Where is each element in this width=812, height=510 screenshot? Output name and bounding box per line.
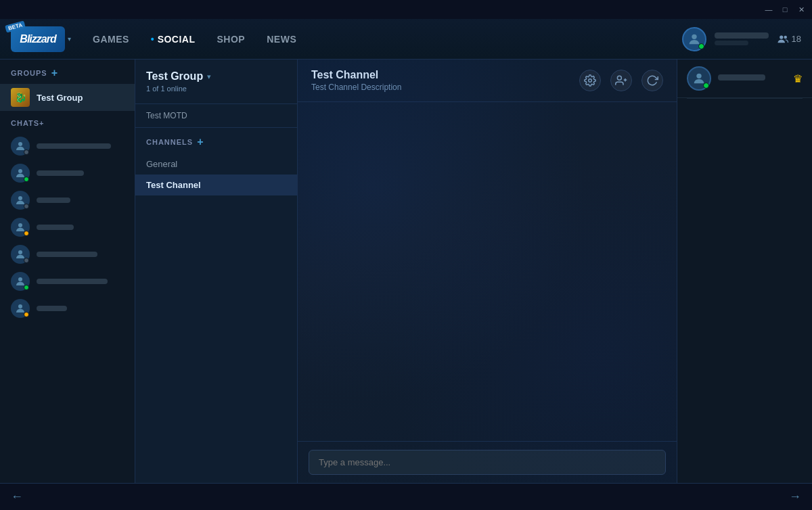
nav-item-games[interactable]: GAMES [93,34,129,45]
group-header: Test Group ▾ 1 of 1 online [135,60,297,104]
chat-name-bar [37,279,108,284]
list-item[interactable] [0,295,135,322]
blizzard-logo-text: Blizzard [11,26,65,52]
bottom-bar: ← → [0,483,812,510]
window-controls: — □ ✕ [763,4,807,15]
chat-area: Test Channel Test Channel Description [298,60,677,483]
chat-title-section: Test Channel Test Channel Description [311,69,401,92]
svg-point-6 [18,223,22,227]
member-name-bar [718,74,765,80]
groups-label: GROUPS [11,69,47,77]
avatar [11,299,30,318]
channels-label: CHANNELS [146,138,193,146]
status-indicator [24,204,29,209]
svg-point-11 [617,76,621,80]
add-chat-button[interactable]: + [39,119,44,127]
avatar [11,245,30,264]
logo-dropdown-arrow[interactable]: ▾ [68,35,71,43]
group-title: Test Group [146,70,203,83]
status-indicator [24,312,29,317]
friends-count: 18 [792,34,801,44]
crown-icon: ♛ [793,72,803,85]
status-indicator [24,285,29,290]
forward-arrow-button[interactable]: → [789,490,801,504]
svg-point-2 [784,35,787,39]
svg-point-3 [18,142,22,146]
chat-name-bar [37,170,84,176]
motd-text: Test MOTD [135,104,297,128]
add-member-button[interactable] [610,70,632,91]
nav-item-shop[interactable]: SHOP [217,34,246,45]
list-item[interactable] [0,214,135,241]
channel-item-general[interactable]: General [135,154,297,175]
group-name: Test Group [37,93,83,103]
avatar [11,164,30,183]
group-chevron-icon[interactable]: ▾ [207,72,211,81]
list-item[interactable] [0,187,135,214]
chat-name-bar [37,143,111,149]
main-content: GROUPS + 🐉 Test Group CHATS + [0,60,812,483]
svg-point-14 [696,74,701,78]
chats-label: CHATS [11,119,39,127]
list-item[interactable] [0,160,135,187]
chat-name-bar [37,225,74,230]
svg-point-5 [18,196,22,200]
group-icon: 🐉 [11,88,30,107]
chat-input[interactable] [309,450,666,475]
minimize-button[interactable]: — [763,4,774,15]
status-indicator [24,177,29,182]
maximize-button[interactable]: □ [780,4,790,15]
groups-header: GROUPS + [0,60,135,84]
member-online-dot [703,83,709,89]
svg-point-4 [18,169,22,173]
status-indicator [24,258,29,263]
refresh-button[interactable] [641,70,663,91]
nav-item-news[interactable]: NEWS [267,34,296,45]
user-online-dot [698,43,704,49]
group-online-count: 1 of 1 online [146,85,286,93]
svg-point-9 [18,304,22,308]
svg-point-1 [780,35,783,39]
settings-button[interactable] [579,70,601,91]
nav-logo[interactable]: Blizzard ▾ [11,26,71,52]
nav-right: 18 [682,27,801,51]
status-indicator [24,231,29,236]
group-item-test[interactable]: 🐉 Test Group [0,84,135,111]
chat-header: Test Channel Test Channel Description [298,60,677,102]
chat-description: Test Channel Description [311,83,401,92]
left-sidebar: GROUPS + 🐉 Test Group CHATS + [0,60,135,483]
middle-panel: Test Group ▾ 1 of 1 online Test MOTD CHA… [135,60,298,483]
add-channel-button[interactable]: + [197,136,204,148]
back-arrow-button[interactable]: ← [11,490,23,504]
close-button[interactable]: ✕ [796,4,807,15]
member-item[interactable]: ♛ [677,60,812,98]
list-item[interactable] [0,133,135,160]
user-avatar[interactable] [682,27,706,51]
svg-point-0 [692,34,696,39]
chat-title: Test Channel [311,69,401,81]
avatar [11,191,30,210]
list-item[interactable] [0,241,135,268]
channels-header: CHANNELS + [135,128,297,154]
list-item[interactable] [0,268,135,295]
member-divider [687,98,803,99]
chat-name-bar [37,198,70,203]
nav-friends[interactable]: 18 [777,33,801,45]
chat-input-area [298,441,677,483]
chats-header: CHATS + [0,111,135,133]
svg-point-10 [589,79,592,83]
right-panel: ♛ [677,60,812,483]
svg-point-8 [18,277,22,281]
nav-bar: BETA Blizzard ▾ GAMES SOCIAL SHOP NEWS [0,19,812,60]
group-title-row: Test Group ▾ [146,70,286,83]
nav-item-social[interactable]: SOCIAL [151,34,196,45]
chat-actions [579,70,663,91]
nav-items: GAMES SOCIAL SHOP NEWS [93,34,296,45]
avatar [11,272,30,291]
chat-messages [298,102,677,441]
channel-item-test-channel[interactable]: Test Channel [135,175,297,195]
add-group-button[interactable]: + [51,68,58,78]
member-info [718,74,786,83]
chat-name-bar [37,252,97,257]
chat-name-bar [37,306,67,311]
